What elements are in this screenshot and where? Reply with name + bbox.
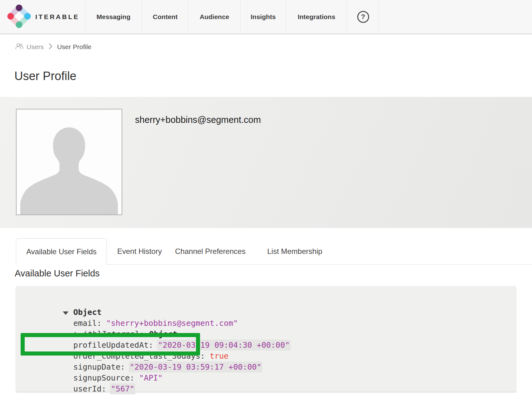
json-key: email: (73, 319, 101, 328)
nav-item-integrations[interactable]: Integrations (286, 0, 347, 33)
json-value: "API" (139, 373, 163, 382)
json-value: true (210, 351, 228, 361)
brand-name: ITERABLE (35, 13, 79, 21)
chevron-right-icon (48, 43, 53, 51)
avatar (16, 109, 122, 215)
json-key: signupSource: (73, 373, 134, 382)
json-value: "2020-03-19 03:59:17 +00:00" (130, 362, 261, 371)
nav-help-cell: ? (347, 0, 379, 33)
brand-logo[interactable]: ITERABLE (0, 0, 85, 33)
json-key: userId: (73, 384, 106, 393)
iterable-logo-icon (7, 4, 31, 29)
tree-collapse-icon[interactable] (63, 311, 68, 315)
page: ITERABLE Messaging Content Audience Insi… (0, 0, 532, 399)
profile-hero: sherry+bobbins@segment.com (0, 97, 532, 228)
section-heading: Available User Fields (15, 268, 100, 279)
json-value: Object (149, 330, 177, 339)
top-nav: ITERABLE Messaging Content Audience Insi… (0, 0, 532, 34)
json-value: "2020-03-19 09:04:30 +00:00" (158, 341, 289, 350)
breadcrumb-current: User Profile (57, 43, 92, 51)
json-row-root: Object (16, 296, 516, 307)
nav-item-insights[interactable]: Insights (241, 0, 286, 33)
json-key: signupDate: (73, 362, 125, 371)
page-title: User Profile (14, 69, 77, 83)
nav-item-audience[interactable]: Audience (188, 0, 241, 33)
json-value: "567" (111, 384, 134, 393)
nav-item-messaging[interactable]: Messaging (85, 0, 142, 33)
help-icon[interactable]: ? (357, 11, 369, 23)
nav-spacer (379, 0, 532, 33)
breadcrumb: Users User Profile (15, 42, 92, 52)
breadcrumb-root-label: Users (27, 43, 44, 51)
json-key: profileUpdatedAt: (73, 341, 153, 350)
breadcrumb-users-link[interactable]: Users (15, 43, 44, 52)
json-value: "sherry+bobbins@segment.com" (106, 319, 238, 328)
tree-expand-icon[interactable] (75, 332, 78, 337)
tab-event-history[interactable]: Event History (117, 238, 162, 265)
nav-item-content[interactable]: Content (142, 0, 188, 33)
json-tree: Object email:"sherry+bobbins@segment.com… (16, 286, 516, 383)
json-key: itblInternal: (83, 330, 144, 339)
json-root-label: Object (73, 308, 101, 317)
person-silhouette-icon (17, 109, 122, 215)
available-user-fields-panel: Object email:"sherry+bobbins@segment.com… (16, 286, 516, 392)
tab-list-membership[interactable]: List Membership (267, 238, 322, 265)
json-key: order_completed_last_30days: (73, 351, 205, 361)
users-icon (15, 43, 23, 52)
user-email: sherry+bobbins@segment.com (135, 115, 261, 125)
tab-channel-preferences[interactable]: Channel Preferences (175, 238, 245, 265)
tab-available-user-fields[interactable]: Available User Fields (16, 238, 107, 265)
